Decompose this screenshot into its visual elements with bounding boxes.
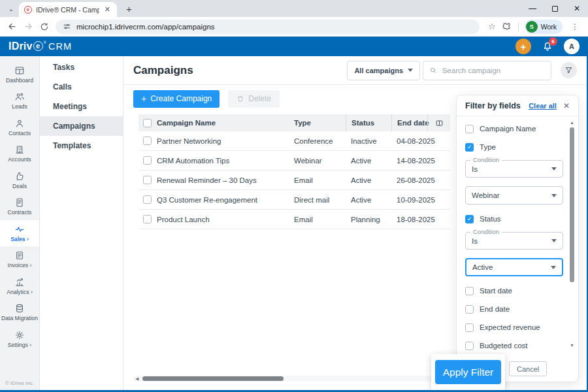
- tab-search-icon[interactable]: ⌄: [6, 4, 16, 14]
- new-tab-button[interactable]: +: [122, 3, 136, 14]
- campaign-name-checkbox[interactable]: [465, 125, 474, 133]
- filter-field-expected-revenue[interactable]: Expected revenue: [465, 322, 565, 333]
- budgeted-cost-checkbox[interactable]: [465, 342, 474, 350]
- type-value-select[interactable]: Webinar: [465, 186, 563, 204]
- table-row[interactable]: Partner Networking Conference Inactive 0…: [139, 131, 450, 151]
- dashboard-icon: [14, 65, 25, 76]
- type-condition-select[interactable]: Condition Is: [465, 160, 563, 178]
- sidebar-item-dashboard[interactable]: Dashboard: [0, 61, 39, 88]
- browser-menu-icon[interactable]: ⋮: [568, 22, 581, 31]
- subnav-item-campaigns[interactable]: Campaigns: [40, 116, 123, 136]
- browser-tab[interactable]: e IDrive® CRM - Campaigns ✕: [19, 2, 117, 17]
- forward-icon[interactable]: [23, 22, 33, 32]
- filter-field-start-date[interactable]: Start date: [465, 286, 565, 296]
- horizontal-scrollbar[interactable]: ◀: [133, 376, 455, 382]
- status-condition-select[interactable]: Condition Is: [465, 232, 563, 250]
- back-icon[interactable]: [7, 22, 17, 32]
- logo-e-mark: e: [33, 41, 43, 51]
- select-all-checkbox[interactable]: [143, 119, 152, 127]
- sidebar-item-data-migration[interactable]: Data Migration: [0, 299, 39, 325]
- page-header: Campaigns All campaigns: [123, 56, 587, 85]
- subnav-item-templates[interactable]: Templates: [40, 136, 123, 155]
- scrollbar-thumb[interactable]: [570, 127, 574, 282]
- sidebar-item-settings[interactable]: Settings ›: [0, 326, 39, 352]
- column-header-name[interactable]: Campaign Name: [155, 119, 289, 127]
- invoices-icon: [14, 250, 25, 261]
- close-button[interactable]: ✕: [566, 0, 588, 17]
- scrollbar-thumb[interactable]: [142, 376, 284, 381]
- cancel-button[interactable]: Cancel: [509, 361, 547, 376]
- url-bar[interactable]: microchip1.idrivecrm.com/app/campaigns: [56, 20, 480, 34]
- tab-title: IDrive® CRM - Campaigns: [36, 6, 99, 14]
- row-checkbox[interactable]: [143, 176, 152, 184]
- bookmark-star-icon[interactable]: ☆: [488, 22, 496, 31]
- search-icon: [429, 66, 437, 74]
- sidebar-item-leads[interactable]: Leads: [0, 88, 39, 114]
- filter-close-icon[interactable]: ✕: [563, 102, 570, 110]
- sidebar-item-deals[interactable]: Deals: [0, 167, 39, 193]
- minimize-button[interactable]: —: [521, 0, 544, 17]
- row-checkbox[interactable]: [143, 156, 152, 165]
- campaign-scope-dropdown[interactable]: All campaigns: [347, 61, 420, 80]
- filter-field-status[interactable]: ✓ Status: [465, 214, 565, 224]
- sidebar-item-contracts[interactable]: Contracts: [0, 193, 39, 220]
- status-value-select[interactable]: Active: [465, 258, 563, 276]
- column-header-status[interactable]: Status: [346, 114, 391, 131]
- row-checkbox[interactable]: [143, 195, 152, 204]
- start-date-checkbox[interactable]: [465, 287, 474, 295]
- table-row[interactable]: Renewal Reminder – 30 Days Email Active …: [139, 171, 450, 190]
- expected-revenue-checkbox[interactable]: [465, 323, 474, 332]
- browser-toolbar: microchip1.idrivecrm.com/app/campaigns ☆…: [0, 17, 588, 37]
- table-row[interactable]: Product Launch Email Planning 18-08-2025: [139, 210, 450, 229]
- idrive-crm-logo: IDriv e ® CRM: [8, 40, 72, 53]
- funnel-icon: [564, 66, 573, 74]
- sidebar-item-sales[interactable]: Sales ›: [0, 220, 39, 246]
- tab-close-icon[interactable]: ✕: [103, 5, 112, 14]
- notification-badge: 6: [549, 37, 557, 46]
- table-row[interactable]: Q3 Customer Re-engagement Direct mail Ac…: [139, 190, 450, 210]
- search-input[interactable]: [441, 66, 545, 75]
- scroll-up-icon[interactable]: ▲: [570, 120, 574, 125]
- row-checkbox[interactable]: [143, 137, 152, 145]
- filter-field-campaign-name[interactable]: Campaign Name: [465, 123, 565, 134]
- contracts-icon: [14, 197, 25, 208]
- url-text: microchip1.idrivecrm.com/app/campaigns: [76, 23, 215, 31]
- filter-field-type[interactable]: ✓ Type: [465, 142, 565, 152]
- scroll-down-icon[interactable]: ▼: [570, 343, 574, 348]
- row-checkbox[interactable]: [143, 215, 152, 223]
- subnav-item-meetings[interactable]: Meetings: [40, 97, 123, 116]
- apply-filter-button[interactable]: Apply Filter: [435, 360, 501, 384]
- user-avatar[interactable]: A: [564, 39, 580, 54]
- column-header-type[interactable]: Type: [289, 119, 346, 127]
- subnav-item-calls[interactable]: Calls: [40, 77, 123, 97]
- sidebar-item-analytics[interactable]: Analytics ›: [0, 273, 39, 299]
- type-checkbox[interactable]: ✓: [465, 143, 474, 152]
- create-campaign-button[interactable]: + Create Campaign: [133, 90, 220, 108]
- chevron-down-icon: [551, 194, 557, 197]
- reload-icon[interactable]: [39, 22, 50, 32]
- column-picker-icon[interactable]: [435, 119, 444, 127]
- filter-scrollbar[interactable]: ▲ ▼: [569, 120, 575, 348]
- delete-button[interactable]: Delete: [228, 90, 280, 108]
- status-checkbox[interactable]: ✓: [465, 215, 474, 223]
- column-header-end-date[interactable]: End date: [391, 114, 427, 131]
- subnav-item-tasks[interactable]: Tasks: [40, 57, 123, 77]
- filter-button[interactable]: [561, 62, 577, 78]
- profile-chip[interactable]: S Work: [525, 20, 563, 34]
- filter-field-budgeted-cost[interactable]: Budgeted cost: [465, 340, 565, 351]
- sidebar-item-invoices[interactable]: Invoices ›: [0, 246, 39, 272]
- site-settings-icon[interactable]: [63, 22, 71, 31]
- campaigns-table: Campaign Name Type Status End date Partn…: [139, 114, 450, 229]
- notifications-button[interactable]: 6: [541, 40, 554, 53]
- filter-field-end-date[interactable]: End date: [465, 304, 565, 314]
- end-date-checkbox[interactable]: [465, 305, 474, 314]
- quick-create-button[interactable]: +: [515, 39, 531, 54]
- checkmark-icon: ✓: [467, 216, 472, 222]
- table-row[interactable]: CRM Automation Tips Webinar Active 14-08…: [139, 151, 450, 171]
- sidebar-item-accounts[interactable]: Accounts: [0, 140, 39, 167]
- clear-all-link[interactable]: Clear all: [529, 102, 557, 110]
- maximize-button[interactable]: [544, 0, 566, 17]
- scroll-left-icon[interactable]: ◀: [135, 376, 139, 381]
- sidebar-item-contacts[interactable]: Contacts: [0, 114, 39, 140]
- extensions-icon[interactable]: [502, 22, 512, 32]
